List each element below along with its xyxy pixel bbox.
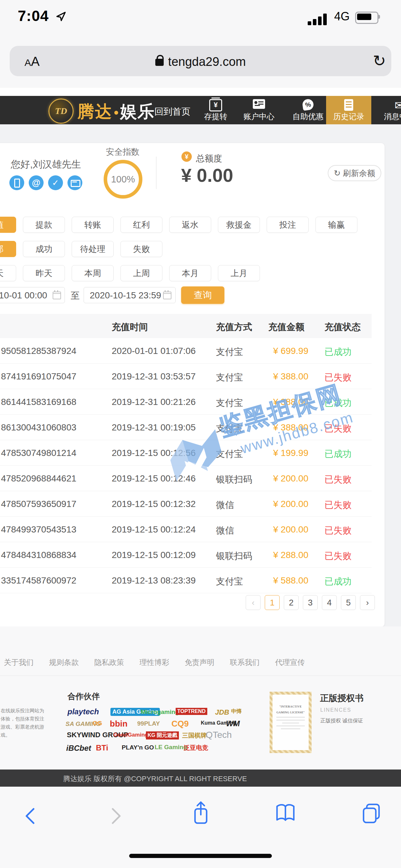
nav-item-history-active[interactable]: 历史记录 bbox=[326, 96, 371, 124]
money-box-icon: ¥ bbox=[196, 99, 236, 112]
site-header: TD 腾达娱乐 回到首页 ¥ 存提转 账户中心 % 自助优惠 历史记录 ✉ 消息… bbox=[0, 96, 401, 124]
license-subtitle: LINENCES bbox=[320, 707, 351, 713]
filter-type-withdraw[interactable]: 提款 bbox=[23, 217, 65, 233]
footer-link-responsible[interactable]: 理性博彩 bbox=[140, 657, 169, 668]
home-indicator[interactable] bbox=[129, 854, 272, 858]
table-body: 9505812853879242020-01-01 01:07:06支付宝¥ 6… bbox=[0, 338, 372, 593]
logo-cq9: CQ9 bbox=[172, 719, 189, 729]
logo-jdb: JDB bbox=[215, 708, 229, 717]
footer-link-disclaimer[interactable]: 免责声明 bbox=[185, 657, 214, 668]
nav-item-deposit-transfer[interactable]: ¥ 存提转 bbox=[196, 96, 236, 124]
filter-type-bonus[interactable]: 红利 bbox=[120, 217, 162, 233]
footer-links: 关于我们 规则条款 隐私政策 理性博彩 免责声明 联系我们 代理宣传 bbox=[4, 657, 305, 668]
battery-icon bbox=[355, 11, 378, 24]
logo-toptrend: TOPTREND bbox=[176, 708, 207, 715]
logo-wm: WM bbox=[226, 719, 240, 728]
brand-logo-icon[interactable]: TD bbox=[49, 98, 73, 124]
filter-status-pending[interactable]: 待处理 bbox=[72, 241, 114, 257]
filter-status-success[interactable]: 成功 bbox=[23, 241, 65, 257]
page-1-button[interactable]: 1 bbox=[265, 595, 280, 610]
bookmarks-button[interactable] bbox=[275, 804, 296, 823]
status-badge: 已失败 bbox=[325, 524, 351, 537]
page-3-button[interactable]: 3 bbox=[303, 595, 318, 610]
date-to-input[interactable]: 2020-10-15 23:59 bbox=[84, 287, 176, 303]
iphone-screen: 7:04 4G Atengda29.comA tengda29.com ↻ TD… bbox=[0, 0, 401, 868]
table-row: 4784843108688342019-12-15 00:12:09银联扫码¥ … bbox=[0, 542, 372, 568]
logo-ibcbet: iBCbet bbox=[66, 744, 91, 753]
table-header: 充值时间 充值方式 充值金额 充值状态 bbox=[0, 314, 372, 338]
table-row: 8613004310608032019-12-31 00:19:05支付宝¥ 3… bbox=[0, 414, 372, 440]
bank-card-icon[interactable] bbox=[67, 175, 82, 190]
status-badge: 已失败 bbox=[325, 550, 351, 562]
url-display[interactable]: tengda29.com bbox=[0, 55, 401, 69]
search-button[interactable]: 查询 bbox=[181, 286, 224, 304]
filter-date-thismonth[interactable]: 本月 bbox=[169, 265, 211, 281]
filter-date-thisweek[interactable]: 本周 bbox=[72, 265, 114, 281]
lock-icon bbox=[155, 59, 164, 66]
filter-status-failed[interactable]: 失败 bbox=[120, 241, 162, 257]
total-balance-value: ¥ 0.00 bbox=[181, 164, 233, 186]
status-badge: 已成功 bbox=[325, 346, 351, 358]
nav-item-promotions[interactable]: % 自助优惠 bbox=[288, 96, 328, 124]
share-button[interactable] bbox=[192, 800, 210, 826]
col-recharge-status: 充值状态 bbox=[325, 321, 361, 333]
table-row: 4785307498012142019-12-15 00:12:56支付宝¥ 1… bbox=[0, 440, 372, 466]
email-at-icon[interactable]: @ bbox=[29, 175, 43, 190]
table-row: 4785075936509172019-12-15 00:12:32微信¥ 20… bbox=[0, 491, 372, 517]
logo-bti: BTi bbox=[96, 743, 108, 752]
refresh-balance-button[interactable]: ↻ 刷新余额 bbox=[328, 165, 381, 181]
page-2-button[interactable]: 2 bbox=[284, 595, 299, 610]
page-prev-button[interactable]: ‹ bbox=[246, 595, 260, 610]
status-time: 7:04 bbox=[18, 7, 49, 25]
status-badge: 已失败 bbox=[325, 423, 351, 435]
logo-playngo: PLAY'n GO bbox=[122, 744, 154, 751]
filter-date-lastmonth[interactable]: 上月 bbox=[218, 265, 260, 281]
back-button[interactable] bbox=[23, 806, 38, 826]
filter-type-transfer[interactable]: 转账 bbox=[72, 217, 114, 233]
logo-qtech: QTech bbox=[206, 730, 232, 740]
table-row: 8614415831691682019-12-31 00:21:26支付宝¥ 3… bbox=[0, 389, 372, 414]
page-4-button[interactable]: 4 bbox=[322, 595, 337, 610]
filter-date-lastweek[interactable]: 上周 bbox=[120, 265, 162, 281]
filter-type-winloss[interactable]: 输赢 bbox=[315, 217, 358, 233]
logo-sanguo: 三国棋牌 bbox=[182, 732, 207, 740]
col-recharge-method: 充值方式 bbox=[216, 321, 252, 333]
logo-kaiyuan: KG 開元遊戲 bbox=[146, 732, 179, 740]
footer-link-agent[interactable]: 代理宣传 bbox=[275, 657, 305, 668]
table-row: 4784993705435132019-12-15 00:12:24微信¥ 20… bbox=[0, 517, 372, 542]
nav-item-message-center[interactable]: ✉ 消息中心 bbox=[378, 96, 401, 124]
filter-row-status: 全部 成功 待处理 失败 bbox=[0, 241, 162, 257]
logo-99play: 99PLAY bbox=[137, 720, 160, 727]
footer-link-about[interactable]: 关于我们 bbox=[4, 657, 34, 668]
filter-date-today[interactable]: 今天 bbox=[0, 265, 16, 281]
filter-status-all-active[interactable]: 全部 bbox=[0, 241, 16, 257]
phone-icon[interactable] bbox=[9, 175, 24, 190]
envelope-icon: ✉ bbox=[378, 99, 401, 112]
brand-name[interactable]: 腾达娱乐 bbox=[78, 100, 155, 123]
filter-type-bet[interactable]: 投注 bbox=[267, 217, 309, 233]
footer-link-contact[interactable]: 联系我们 bbox=[230, 657, 259, 668]
reload-button[interactable]: ↻ bbox=[373, 52, 386, 70]
user-greeting: 您好,刘汉雄先生 bbox=[11, 158, 81, 171]
filter-type-rebate[interactable]: 返水 bbox=[169, 217, 211, 233]
page-next-button[interactable]: › bbox=[360, 595, 375, 610]
footer-link-privacy[interactable]: 隐私政策 bbox=[94, 657, 124, 668]
filter-date-yesterday[interactable]: 昨天 bbox=[23, 265, 65, 281]
col-recharge-amount: 充值金额 bbox=[268, 321, 305, 333]
tabs-button[interactable] bbox=[361, 802, 382, 824]
footer-link-rules[interactable]: 规则条款 bbox=[49, 657, 79, 668]
nav-item-account-center[interactable]: 账户中心 bbox=[239, 96, 279, 124]
logo-legaming: LE Gaming bbox=[155, 744, 187, 751]
page-5-button[interactable]: 5 bbox=[341, 595, 356, 610]
shield-check-icon[interactable]: ✓ bbox=[48, 175, 63, 190]
back-to-home-link[interactable]: 回到首页 bbox=[154, 105, 190, 118]
to-label: 至 bbox=[71, 290, 80, 302]
total-balance-label: 总额度 bbox=[196, 153, 222, 164]
signal-strength-icon bbox=[308, 13, 330, 25]
logo-bbin: bbin bbox=[110, 719, 127, 729]
filter-type-rescue[interactable]: 救援金 bbox=[218, 217, 260, 233]
security-index-label: 安全指数 bbox=[103, 146, 142, 158]
domain-text: tengda29.com bbox=[168, 55, 246, 68]
filter-type-recharge-active[interactable]: 充值 bbox=[0, 217, 16, 233]
forward-button[interactable] bbox=[108, 806, 124, 826]
